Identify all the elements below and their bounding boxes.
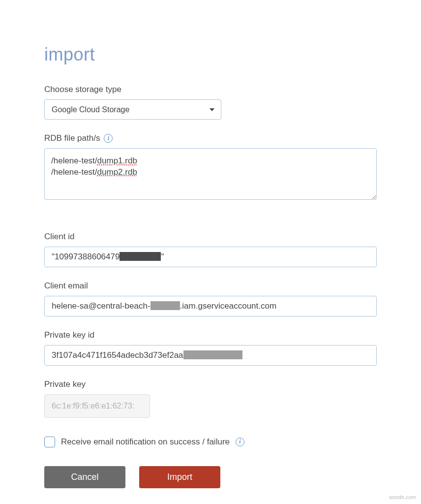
private-key-id-input[interactable]: 3f107a4c471f1654adecb3d73ef2aa (44, 345, 377, 366)
client-id-suffix: " (161, 252, 164, 262)
client-id-label: Client id (44, 232, 377, 242)
client-email-suffix: .iam.gserviceaccount.com (180, 301, 277, 311)
import-button[interactable]: Import (139, 466, 220, 488)
page-title: import (44, 44, 377, 65)
private-key-id-redacted (183, 350, 242, 359)
cancel-button[interactable]: Cancel (44, 466, 125, 488)
client-email-group: Client email helene-sa@central-beach-.ia… (44, 281, 377, 316)
rdb-paths-group: RDB file path/s i /helene-test/dump1.rdb… (44, 133, 377, 218)
private-key-input[interactable]: 6c:1e:f9:f5:e6:e1:62:73: (44, 394, 150, 418)
storage-type-label: Choose storage type (44, 85, 377, 94)
client-id-redacted (120, 252, 161, 261)
footer-watermark: wsxdn.com (389, 494, 416, 500)
info-icon[interactable]: i (104, 134, 113, 143)
client-email-prefix: helene-sa@central-beach- (52, 301, 150, 311)
private-key-group: Private key 6c:1e:f9:f5:e6:e1:62:73: (44, 379, 377, 418)
private-key-label: Private key (44, 379, 377, 389)
button-row: Cancel Import (44, 466, 377, 488)
notify-row: Receive email notification on success / … (44, 437, 377, 447)
storage-type-select[interactable]: Google Cloud Storage (44, 99, 221, 120)
client-id-input[interactable]: "10997388606479" (44, 247, 377, 267)
rdb-paths-label-row: RDB file path/s i (44, 133, 377, 143)
client-email-redacted (150, 301, 180, 310)
private-key-id-group: Private key id 3f107a4c471f1654adecb3d73… (44, 330, 377, 366)
client-id-group: Client id "10997388606479" (44, 232, 377, 267)
rdb-paths-label: RDB file path/s (44, 133, 100, 143)
storage-type-select-wrap: Google Cloud Storage (44, 99, 221, 120)
info-icon[interactable]: i (236, 438, 244, 446)
notify-label: Receive email notification on success / … (61, 437, 230, 447)
client-email-input[interactable]: helene-sa@central-beach-.iam.gserviceacc… (44, 296, 377, 316)
notify-checkbox[interactable] (44, 437, 55, 447)
client-id-prefix: "10997388606479 (52, 252, 120, 262)
storage-type-group: Choose storage type Google Cloud Storage (44, 85, 377, 120)
rdb-paths-textarea[interactable] (44, 148, 377, 200)
client-email-label: Client email (44, 281, 377, 291)
private-key-id-prefix: 3f107a4c471f1654adecb3d73ef2aa (52, 350, 183, 360)
private-key-id-label: Private key id (44, 330, 377, 340)
